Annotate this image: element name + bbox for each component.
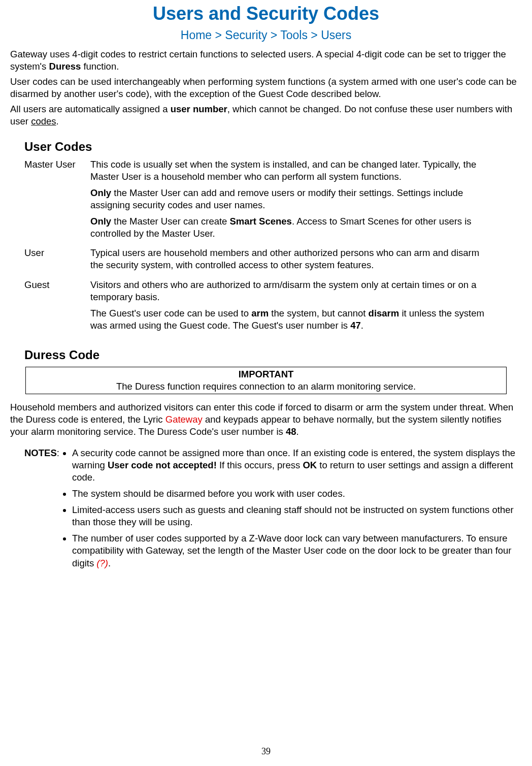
text: the Master User can add and remove users… [90, 187, 463, 210]
def-term: Master User [24, 158, 90, 244]
ok-bold: OK [303, 460, 317, 470]
notes-list: A security code cannot be assigned more … [63, 447, 520, 573]
codes-underline: codes [31, 116, 56, 126]
user-codes-definitions: Master User This code is usually set whe… [10, 158, 522, 336]
list-item: The system should be disarmed before you… [72, 488, 520, 500]
page-title: Users and Security Codes [10, 2, 522, 26]
text: : [57, 448, 59, 458]
def-desc: Typical users are household members and … [90, 247, 522, 275]
text: Only the Master User can create Smart Sc… [90, 215, 487, 240]
notes-section: NOTES: A security code cannot be assigne… [10, 447, 522, 573]
def-user: User Typical users are household members… [24, 247, 522, 275]
question-mark-red: (?) [96, 558, 108, 568]
text: . [56, 116, 59, 126]
list-item: A security code cannot be assigned more … [72, 447, 520, 484]
text: Typical users are household members and … [90, 247, 487, 271]
text: The number of user codes supported by a … [72, 533, 512, 568]
important-box: IMPORTANT The Duress function requires c… [25, 367, 507, 394]
arm-bold: arm [251, 308, 269, 318]
smart-scenes-bold: Smart Scenes [230, 216, 292, 227]
text: All users are automatically assigned a [10, 104, 171, 114]
text: This code is usually set when the system… [90, 158, 487, 183]
important-heading: IMPORTANT [28, 368, 504, 380]
def-master-user: Master User This code is usually set whe… [24, 158, 522, 244]
text: . [108, 558, 111, 568]
duress-code-heading: Duress Code [10, 347, 522, 363]
duress-number-bold: 48 [286, 426, 296, 437]
duress-term: Duress [49, 61, 81, 72]
def-desc: Visitors and others who are authorized t… [90, 279, 522, 336]
warning-bold: User code not accepted! [108, 460, 217, 470]
only-bold: Only [90, 216, 111, 227]
breadcrumb: Home > Security > Tools > Users [10, 28, 522, 43]
intro-paragraph-3: All users are automatically assigned a u… [10, 103, 522, 127]
guest-number-bold: 47 [350, 320, 361, 331]
intro-paragraph-2: User codes can be used interchangeably w… [10, 76, 522, 100]
text: function. [81, 61, 119, 72]
text: . [361, 320, 363, 331]
text: . [296, 426, 299, 437]
duress-paragraph: Household members and authorized visitor… [10, 401, 522, 438]
text: the system, but cannot [269, 308, 368, 318]
list-item: The number of user codes supported by a … [72, 532, 520, 569]
page-number: 39 [0, 746, 532, 757]
gateway-red: Gateway [165, 414, 203, 425]
text: If this occurs, press [217, 460, 303, 470]
only-bold: Only [90, 187, 111, 198]
def-term: User [24, 247, 90, 275]
important-body: The Duress function requires connection … [28, 380, 504, 393]
text: the Master User can create [111, 216, 229, 227]
notes-label: NOTES: [24, 447, 63, 573]
notes-bold: NOTES [24, 448, 57, 458]
text: Visitors and others who are authorized t… [90, 279, 487, 303]
user-codes-heading: User Codes [10, 139, 522, 154]
intro-paragraph-1: Gateway uses 4-digit codes to restrict c… [10, 48, 522, 73]
def-desc: This code is usually set when the system… [90, 158, 522, 244]
disarm-bold: disarm [369, 308, 400, 318]
user-number-term: user number [171, 104, 227, 114]
text: The Guest's user code can be used to [90, 308, 251, 318]
list-item: Limited-access users such as guests and … [72, 504, 520, 528]
text: The Guest's user code can be used to arm… [90, 307, 487, 332]
def-guest: Guest Visitors and others who are author… [24, 279, 522, 336]
def-term: Guest [24, 279, 90, 336]
text: Only the Master User can add and remove … [90, 187, 487, 211]
